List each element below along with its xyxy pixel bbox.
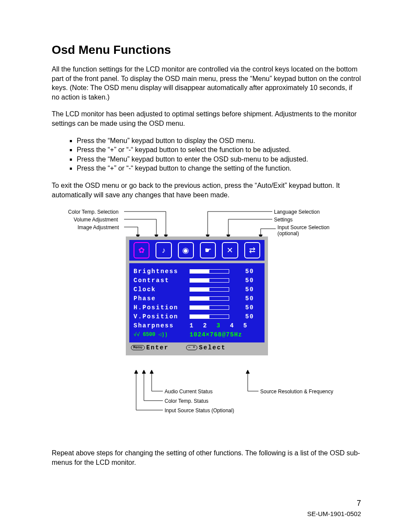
- list-item: Press the “Menu” keypad button to displa…: [77, 136, 361, 146]
- row-label: Brightness: [134, 268, 190, 275]
- volume-icon: ♪: [156, 242, 171, 258]
- resolution-text: 1024×768@75Hz: [190, 331, 242, 338]
- list-item: Press the “+” or “-“ keypad button to ch…: [77, 164, 361, 173]
- input-source-icon: ⇄: [244, 242, 260, 258]
- sharpness-values: 1 2 3 4 5: [190, 322, 248, 329]
- label-source-resolution: Source Resolution & Frequency: [260, 389, 333, 395]
- row-label: Clock: [134, 286, 190, 293]
- row-value: 50: [233, 268, 254, 275]
- plus-minus-button-icon: − +: [186, 345, 197, 350]
- list-item: Press the “+” or “-“ keypad button to se…: [77, 145, 361, 155]
- intro-paragraph-2: The LCD monitor has been adjusted to opt…: [52, 109, 361, 128]
- row-label: Contrast: [134, 277, 190, 284]
- row-value: 50: [233, 295, 254, 302]
- page-title: Osd Menu Functions: [52, 43, 361, 57]
- row-value: 50: [233, 277, 254, 284]
- label-color-temp-selection: Color Temp. Selection: [68, 209, 118, 215]
- osd-panel: ✿ ♪ ◉ ☛ ✕ ⇄ Brightness50 Contrast50 Cloc…: [126, 236, 268, 355]
- intro-paragraph-1: All the function settings for the LCD mo…: [52, 65, 361, 102]
- list-item: Press the “Menu” keypad button to enter …: [77, 155, 361, 164]
- row-value: 50: [233, 286, 254, 293]
- exit-paragraph: To exit the OSD menu or go back to the p…: [52, 181, 361, 199]
- row-label: Phase: [134, 295, 190, 302]
- svg-marker-9: [246, 370, 249, 373]
- slider-bar: [190, 296, 229, 301]
- osd-footer: MenuEnter − +Select: [129, 342, 265, 352]
- color-temp-icon: ◉: [178, 242, 194, 258]
- label-settings: Settings: [274, 217, 293, 223]
- instruction-list: Press the “Menu” keypad button to displa…: [52, 136, 361, 173]
- osd-body: Brightness50 Contrast50 Clock50 Phase50 …: [129, 263, 265, 342]
- label-audio-status: Audio Current Status: [165, 389, 212, 395]
- settings-icon: ✕: [222, 242, 238, 258]
- row-value: 50: [233, 313, 254, 320]
- slider-bar: [190, 305, 229, 310]
- image-adjustment-icon: ✿: [134, 242, 149, 258]
- svg-marker-6: [150, 370, 153, 373]
- footer-select: − +Select: [186, 344, 226, 351]
- closing-paragraph: Repeat above steps for changing the sett…: [52, 448, 361, 467]
- svg-marker-8: [134, 370, 138, 373]
- osd-icon-row: ✿ ♪ ◉ ☛ ✕ ⇄: [129, 240, 265, 261]
- slider-bar: [190, 278, 229, 283]
- language-icon: ☛: [200, 242, 216, 258]
- row-label: V.Position: [134, 313, 190, 320]
- page-number: 7: [357, 499, 361, 508]
- sharpness-label: Sharpness: [134, 322, 190, 329]
- label-image-adjustment: Image Adjustment: [78, 224, 119, 230]
- svg-marker-7: [142, 370, 146, 373]
- label-language-selection: Language Selection: [274, 209, 320, 215]
- slider-bar: [190, 269, 229, 274]
- footer-enter: MenuEnter: [131, 344, 169, 351]
- menu-button-icon: Menu: [131, 345, 145, 350]
- row-label: H.Position: [134, 304, 190, 311]
- row-value: 50: [233, 304, 254, 311]
- slider-bar: [190, 287, 229, 292]
- label-color-temp-status: Color Temp. Status: [165, 398, 209, 404]
- status-icons: √√ 6500 ◁)): [134, 331, 190, 338]
- document-id: SE-UM-1901-0502: [307, 510, 361, 517]
- label-input-source-selection: Input Source Selection (optional): [277, 224, 338, 236]
- label-volume-adjustment: Volume Adjustment: [74, 217, 118, 223]
- osd-diagram: Color Temp. Selection Volume Adjustment …: [52, 207, 362, 423]
- label-input-source-status: Input Source Status (Optional): [165, 408, 234, 414]
- slider-bar: [190, 314, 229, 319]
